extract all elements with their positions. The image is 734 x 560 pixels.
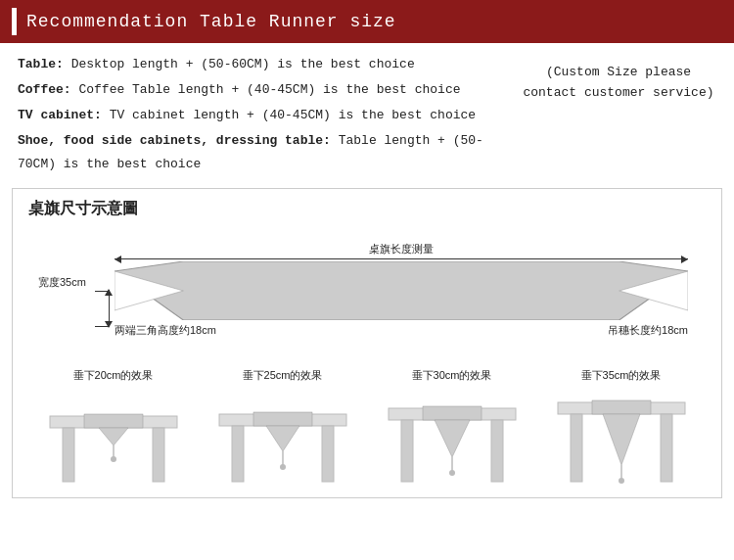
svg-point-21 — [449, 470, 455, 476]
svg-rect-23 — [491, 420, 503, 482]
svg-rect-25 — [592, 400, 651, 414]
length-label: 桌旗长度测量 — [369, 242, 434, 257]
svg-rect-9 — [153, 428, 164, 482]
coffee-rec: Coffee: Coffee Table length + (40-45CM) … — [18, 78, 521, 102]
diagram-section: 桌旗尺寸示意圖 宽度35cm 桌旗长度测量 — [12, 188, 722, 498]
arrow-left — [115, 256, 121, 263]
svg-rect-8 — [63, 428, 74, 482]
table-svg-25cm — [214, 387, 351, 490]
tassel-label: 吊穗长度约18cm — [608, 323, 688, 338]
arrow-right — [681, 256, 688, 263]
svg-rect-16 — [322, 426, 334, 482]
tv-text: TV cabinet length + (40-45CM) is the bes… — [110, 108, 476, 122]
svg-marker-19 — [435, 420, 470, 457]
table-rec: Table: Desktop length + (50-60CM) is the… — [18, 53, 521, 76]
svg-rect-11 — [253, 412, 312, 426]
svg-rect-4 — [84, 414, 143, 428]
coffee-label: Coffee: — [18, 82, 71, 97]
content-area: Table: Desktop length + (50-60CM) is the… — [0, 53, 734, 178]
table-svg-35cm — [553, 387, 690, 490]
table-svg-20cm — [45, 387, 182, 490]
label-20cm: 垂下20cm的效果 — [73, 368, 154, 383]
svg-point-7 — [111, 456, 116, 462]
illus-25cm: 垂下25cm的效果 — [206, 368, 358, 490]
svg-rect-30 — [661, 414, 672, 482]
width-tick-bottom — [95, 326, 109, 327]
custom-note: (Custom Size please contact customer ser… — [521, 53, 716, 178]
runner-svg — [115, 261, 688, 320]
width-tick-top — [95, 291, 109, 292]
table-label: Table: — [18, 57, 64, 71]
recommendation-text: Table: Desktop length + (50-60CM) is the… — [18, 53, 521, 178]
illus-30cm: 垂下30cm的效果 — [376, 368, 528, 490]
width-label: 宽度35cm — [38, 276, 86, 288]
width-arrow-container: 宽度35cm — [38, 274, 112, 290]
tv-rec: TV cabinet: TV cabinet length + (40-45CM… — [18, 104, 521, 127]
svg-marker-0 — [115, 261, 688, 320]
svg-marker-12 — [266, 426, 299, 451]
tv-label: TV cabinet: — [18, 108, 102, 122]
runner-area: 桌旗长度测量 两端三角高度约18cm 吊穗长度约18cm — [115, 242, 688, 338]
length-arrow-row: 桌旗长度测量 — [115, 242, 688, 259]
label-25cm: 垂下25cm的效果 — [243, 368, 323, 383]
table-svg-30cm — [384, 387, 521, 490]
label-30cm: 垂下30cm的效果 — [412, 368, 492, 383]
svg-point-28 — [619, 478, 624, 484]
svg-rect-22 — [401, 420, 413, 482]
bottom-illustrations: 垂下20cm的效果 垂下25cm的效果 — [28, 360, 706, 490]
shoe-rec: Shoe, food side cabinets, dressing table… — [18, 129, 521, 176]
top-diagram: 宽度35cm 桌旗长度测量 — [28, 227, 706, 354]
svg-point-14 — [280, 464, 286, 470]
page-title: Recommendation Table Runner size — [26, 12, 396, 31]
svg-marker-26 — [603, 414, 640, 465]
diagram-title: 桌旗尺寸示意圖 — [28, 199, 706, 219]
svg-rect-18 — [423, 406, 482, 420]
illus-35cm: 垂下35cm的效果 — [545, 368, 697, 490]
svg-rect-15 — [232, 426, 244, 482]
shoe-label: Shoe, food side cabinets, dressing table… — [18, 133, 331, 148]
label-35cm: 垂下35cm的效果 — [581, 368, 662, 383]
triangle-label: 两端三角高度约18cm — [115, 323, 216, 338]
runner-labels-row: 两端三角高度约18cm 吊穗长度约18cm — [115, 323, 688, 338]
arrow-line — [115, 258, 688, 259]
illus-20cm: 垂下20cm的效果 — [37, 368, 189, 490]
svg-marker-5 — [99, 428, 128, 445]
header-bar: Recommendation Table Runner size — [0, 0, 734, 43]
table-text: Desktop length + (50-60CM) is the best c… — [71, 57, 415, 71]
width-arrow-line — [109, 290, 110, 327]
svg-rect-29 — [571, 414, 582, 482]
header-accent — [12, 8, 17, 35]
coffee-text: Coffee Table length + (40-45CM) is the b… — [78, 82, 460, 97]
